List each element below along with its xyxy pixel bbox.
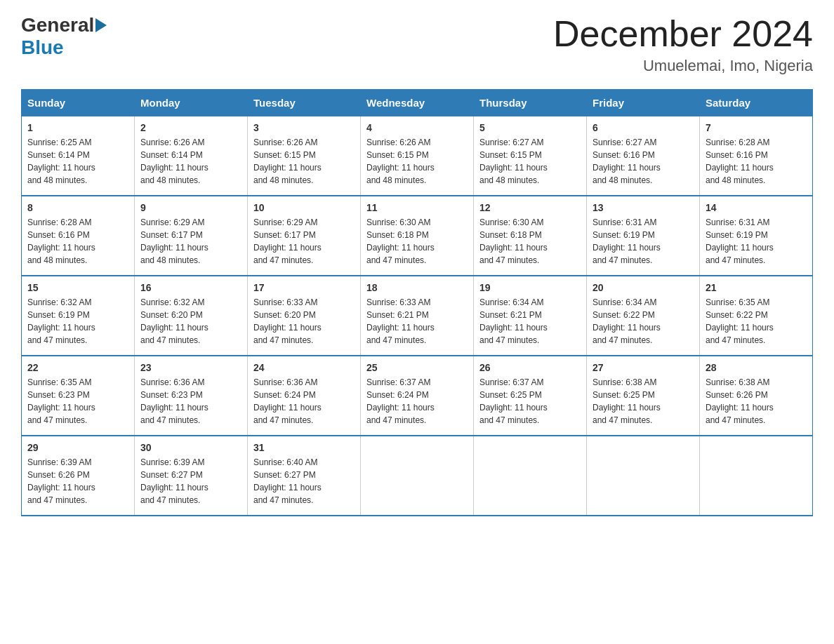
day-info: Sunrise: 6:26 AMSunset: 6:15 PMDaylight:… [253,136,355,187]
day-number: 19 [479,282,581,293]
calendar-cell: 11 Sunrise: 6:30 AMSunset: 6:18 PMDaylig… [361,196,474,276]
calendar-cell: 6 Sunrise: 6:27 AMSunset: 6:16 PMDayligh… [587,116,700,196]
day-number: 25 [366,362,468,373]
day-number: 9 [140,202,241,213]
day-number: 31 [253,442,355,453]
column-header-wednesday: Wednesday [361,90,474,116]
calendar-table: SundayMondayTuesdayWednesdayThursdayFrid… [21,89,813,516]
calendar-cell: 12 Sunrise: 6:30 AMSunset: 6:18 PMDaylig… [474,196,587,276]
calendar-week-row: 1 Sunrise: 6:25 AMSunset: 6:14 PMDayligh… [22,116,813,196]
day-info: Sunrise: 6:36 AMSunset: 6:24 PMDaylight:… [253,376,355,427]
calendar-cell: 28 Sunrise: 6:38 AMSunset: 6:26 PMDaylig… [700,356,813,436]
day-number: 21 [706,282,807,293]
calendar-cell: 27 Sunrise: 6:38 AMSunset: 6:25 PMDaylig… [587,356,700,436]
calendar-cell: 25 Sunrise: 6:37 AMSunset: 6:24 PMDaylig… [361,356,474,436]
calendar-cell: 8 Sunrise: 6:28 AMSunset: 6:16 PMDayligh… [22,196,135,276]
calendar-cell: 19 Sunrise: 6:34 AMSunset: 6:21 PMDaylig… [474,276,587,356]
calendar-cell [587,436,700,516]
calendar-cell: 22 Sunrise: 6:35 AMSunset: 6:23 PMDaylig… [22,356,135,436]
day-number: 20 [593,282,694,293]
day-info: Sunrise: 6:30 AMSunset: 6:18 PMDaylight:… [479,216,581,267]
day-number: 11 [366,202,468,213]
day-number: 8 [27,202,128,213]
title-section: December 2024 Umuelemai, Imo, Nigeria [553,14,813,75]
day-number: 3 [253,122,355,133]
day-info: Sunrise: 6:32 AMSunset: 6:20 PMDaylight:… [140,296,241,347]
day-number: 24 [253,362,355,373]
day-number: 12 [479,202,581,213]
calendar-cell: 29 Sunrise: 6:39 AMSunset: 6:26 PMDaylig… [22,436,135,516]
day-info: Sunrise: 6:29 AMSunset: 6:17 PMDaylight:… [140,216,241,267]
day-info: Sunrise: 6:31 AMSunset: 6:19 PMDaylight:… [593,216,694,267]
day-info: Sunrise: 6:27 AMSunset: 6:15 PMDaylight:… [479,136,581,187]
calendar-cell: 2 Sunrise: 6:26 AMSunset: 6:14 PMDayligh… [135,116,248,196]
column-header-friday: Friday [587,90,700,116]
month-title: December 2024 [553,14,813,54]
calendar-header-row: SundayMondayTuesdayWednesdayThursdayFrid… [22,90,813,116]
day-info: Sunrise: 6:40 AMSunset: 6:27 PMDaylight:… [253,456,355,507]
day-number: 1 [27,122,128,133]
day-info: Sunrise: 6:32 AMSunset: 6:19 PMDaylight:… [27,296,128,347]
day-info: Sunrise: 6:39 AMSunset: 6:26 PMDaylight:… [27,456,128,507]
column-header-tuesday: Tuesday [248,90,361,116]
calendar-cell: 30 Sunrise: 6:39 AMSunset: 6:27 PMDaylig… [135,436,248,516]
calendar-cell: 23 Sunrise: 6:36 AMSunset: 6:23 PMDaylig… [135,356,248,436]
calendar-week-row: 8 Sunrise: 6:28 AMSunset: 6:16 PMDayligh… [22,196,813,276]
calendar-cell: 21 Sunrise: 6:35 AMSunset: 6:22 PMDaylig… [700,276,813,356]
day-info: Sunrise: 6:29 AMSunset: 6:17 PMDaylight:… [253,216,355,267]
calendar-cell: 10 Sunrise: 6:29 AMSunset: 6:17 PMDaylig… [248,196,361,276]
day-info: Sunrise: 6:34 AMSunset: 6:21 PMDaylight:… [479,296,581,347]
day-info: Sunrise: 6:33 AMSunset: 6:20 PMDaylight:… [253,296,355,347]
logo: General Blue [21,14,108,59]
calendar-cell: 26 Sunrise: 6:37 AMSunset: 6:25 PMDaylig… [474,356,587,436]
calendar-cell: 31 Sunrise: 6:40 AMSunset: 6:27 PMDaylig… [248,436,361,516]
calendar-week-row: 22 Sunrise: 6:35 AMSunset: 6:23 PMDaylig… [22,356,813,436]
day-info: Sunrise: 6:37 AMSunset: 6:24 PMDaylight:… [366,376,468,427]
calendar-cell: 16 Sunrise: 6:32 AMSunset: 6:20 PMDaylig… [135,276,248,356]
day-info: Sunrise: 6:26 AMSunset: 6:14 PMDaylight:… [140,136,241,187]
calendar-cell: 1 Sunrise: 6:25 AMSunset: 6:14 PMDayligh… [22,116,135,196]
day-info: Sunrise: 6:38 AMSunset: 6:26 PMDaylight:… [706,376,807,427]
calendar-cell: 9 Sunrise: 6:29 AMSunset: 6:17 PMDayligh… [135,196,248,276]
calendar-cell: 5 Sunrise: 6:27 AMSunset: 6:15 PMDayligh… [474,116,587,196]
day-info: Sunrise: 6:35 AMSunset: 6:23 PMDaylight:… [27,376,128,427]
logo-general: General [21,14,94,36]
calendar-cell: 3 Sunrise: 6:26 AMSunset: 6:15 PMDayligh… [248,116,361,196]
day-info: Sunrise: 6:25 AMSunset: 6:14 PMDaylight:… [27,136,128,187]
logo-blue: Blue [21,36,64,59]
column-header-thursday: Thursday [474,90,587,116]
calendar-cell: 7 Sunrise: 6:28 AMSunset: 6:16 PMDayligh… [700,116,813,196]
day-number: 14 [706,202,807,213]
day-number: 27 [593,362,694,373]
day-info: Sunrise: 6:39 AMSunset: 6:27 PMDaylight:… [140,456,241,507]
calendar-cell: 20 Sunrise: 6:34 AMSunset: 6:22 PMDaylig… [587,276,700,356]
calendar-week-row: 15 Sunrise: 6:32 AMSunset: 6:19 PMDaylig… [22,276,813,356]
day-info: Sunrise: 6:37 AMSunset: 6:25 PMDaylight:… [479,376,581,427]
day-info: Sunrise: 6:33 AMSunset: 6:21 PMDaylight:… [366,296,468,347]
day-info: Sunrise: 6:27 AMSunset: 6:16 PMDaylight:… [593,136,694,187]
day-number: 18 [366,282,468,293]
day-info: Sunrise: 6:38 AMSunset: 6:25 PMDaylight:… [593,376,694,427]
day-info: Sunrise: 6:30 AMSunset: 6:18 PMDaylight:… [366,216,468,267]
page-header: General Blue December 2024 Umuelemai, Im… [21,14,813,75]
day-info: Sunrise: 6:28 AMSunset: 6:16 PMDaylight:… [706,136,807,187]
column-header-sunday: Sunday [22,90,135,116]
day-number: 5 [479,122,581,133]
calendar-cell: 24 Sunrise: 6:36 AMSunset: 6:24 PMDaylig… [248,356,361,436]
location: Umuelemai, Imo, Nigeria [553,57,813,75]
calendar-cell: 13 Sunrise: 6:31 AMSunset: 6:19 PMDaylig… [587,196,700,276]
day-info: Sunrise: 6:34 AMSunset: 6:22 PMDaylight:… [593,296,694,347]
day-number: 17 [253,282,355,293]
day-info: Sunrise: 6:31 AMSunset: 6:19 PMDaylight:… [706,216,807,267]
calendar-cell: 4 Sunrise: 6:26 AMSunset: 6:15 PMDayligh… [361,116,474,196]
column-header-saturday: Saturday [700,90,813,116]
day-number: 29 [27,442,128,453]
calendar-cell: 15 Sunrise: 6:32 AMSunset: 6:19 PMDaylig… [22,276,135,356]
day-number: 2 [140,122,241,133]
calendar-week-row: 29 Sunrise: 6:39 AMSunset: 6:26 PMDaylig… [22,436,813,516]
day-number: 10 [253,202,355,213]
calendar-cell [474,436,587,516]
calendar-cell: 18 Sunrise: 6:33 AMSunset: 6:21 PMDaylig… [361,276,474,356]
day-number: 15 [27,282,128,293]
calendar-cell [361,436,474,516]
